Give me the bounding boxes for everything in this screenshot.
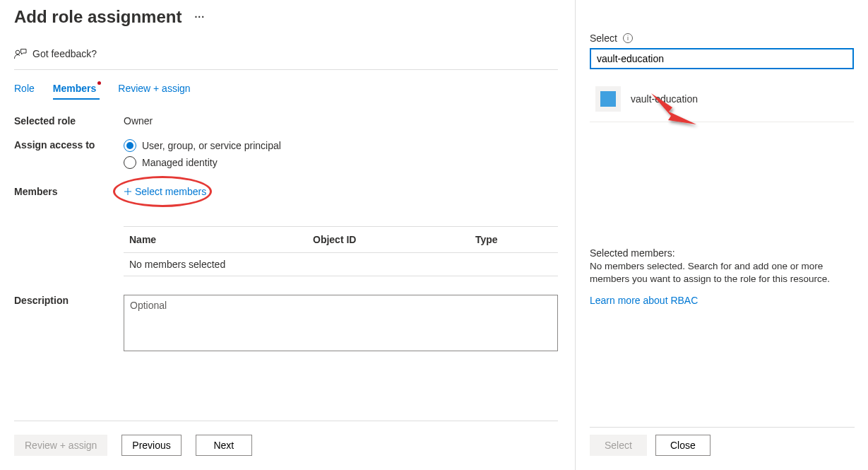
- info-icon[interactable]: i: [623, 33, 633, 43]
- title-row: Add role assignment ···: [14, 7, 558, 27]
- selected-role-label: Selected role: [14, 115, 124, 127]
- column-objectid: Object ID: [313, 234, 475, 245]
- assign-access-label: Assign access to: [14, 139, 124, 173]
- footer-divider: [14, 421, 558, 421]
- selected-members-text: No members selected. Search for and add …: [590, 260, 854, 285]
- table-empty-row: No members selected: [124, 253, 558, 276]
- svg-point-0: [16, 50, 20, 54]
- selected-role-value: Owner: [124, 115, 558, 127]
- tab-members[interactable]: Members: [53, 83, 100, 100]
- result-name: vault-education: [631, 93, 698, 105]
- radio-user-group[interactable]: User, group, or service principal: [124, 139, 558, 152]
- column-type: Type: [475, 234, 552, 245]
- tab-role[interactable]: Role: [14, 83, 35, 100]
- learn-more-rbac-link[interactable]: Learn more about RBAC: [590, 295, 698, 306]
- column-name: Name: [129, 234, 313, 245]
- assign-access-row: Assign access to User, group, or service…: [14, 139, 558, 173]
- selected-members-header: Selected members:: [590, 247, 854, 259]
- divider: [14, 69, 558, 70]
- tab-review-assign[interactable]: Review + assign: [118, 83, 190, 100]
- select-panel: Select i vault-education Selected member…: [575, 0, 868, 470]
- feedback-label: Got feedback?: [32, 48, 97, 59]
- next-button[interactable]: Next: [196, 435, 252, 456]
- select-members-label: Select members: [135, 186, 206, 197]
- radio-managed-identity-label: Managed identity: [142, 157, 218, 168]
- tabs: Role Members Review + assign: [14, 83, 558, 100]
- review-assign-button[interactable]: Review + assign: [14, 435, 107, 456]
- person-feedback-icon: [14, 48, 27, 59]
- panel-close-button[interactable]: Close: [655, 435, 711, 456]
- select-search-input[interactable]: [590, 48, 854, 69]
- members-table: Name Object ID Type No members selected: [124, 226, 558, 276]
- select-members-link[interactable]: Select members: [124, 186, 206, 197]
- tab-members-label: Members: [53, 83, 96, 94]
- search-result-item[interactable]: vault-education: [590, 76, 854, 122]
- radio-icon-unselected: [124, 156, 136, 169]
- panel-footer-divider: [590, 427, 855, 428]
- previous-button[interactable]: Previous: [121, 435, 181, 456]
- more-actions-icon[interactable]: ···: [194, 11, 205, 23]
- selected-role-row: Selected role Owner: [14, 115, 558, 127]
- radio-managed-identity[interactable]: Managed identity: [124, 156, 558, 169]
- members-row: Members Select members: [14, 186, 558, 198]
- plus-icon: [124, 187, 132, 196]
- panel-select-label: Select: [590, 33, 617, 44]
- members-label: Members: [14, 186, 124, 198]
- panel-select-button[interactable]: Select: [590, 435, 647, 456]
- table-header: Name Object ID Type: [124, 227, 558, 253]
- page-title: Add role assignment: [14, 7, 182, 27]
- main-content: Add role assignment ··· Got feedback? Ro…: [0, 0, 572, 470]
- description-label: Description: [14, 295, 124, 351]
- description-row: Description: [14, 295, 558, 351]
- panel-label-row: Select i: [590, 33, 854, 44]
- selected-members-block: Selected members: No members selected. S…: [590, 247, 854, 306]
- feedback-link[interactable]: Got feedback?: [14, 48, 97, 59]
- description-input[interactable]: [124, 295, 558, 351]
- panel-footer: Select Close: [590, 435, 711, 456]
- app-icon: [595, 86, 621, 112]
- footer-buttons: Review + assign Previous Next: [14, 435, 252, 456]
- radio-icon-selected: [124, 139, 136, 152]
- tab-alert-dot: [97, 81, 101, 85]
- radio-user-group-label: User, group, or service principal: [142, 140, 281, 151]
